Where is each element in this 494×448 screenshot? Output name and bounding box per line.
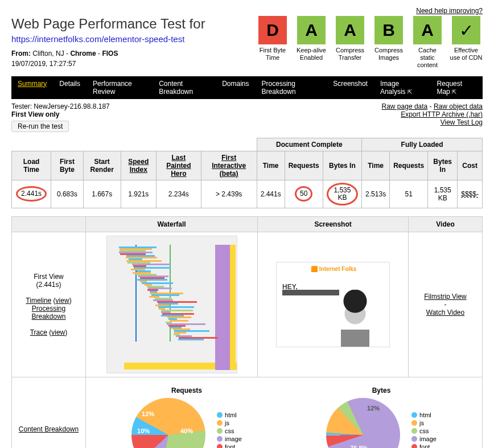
export-links: Raw page data - Raw object data Export H… xyxy=(382,102,483,132)
watch-video-link[interactable]: Watch Video xyxy=(426,309,464,317)
nav-screenshot[interactable]: Screenshot xyxy=(327,76,374,99)
grade-letter: A xyxy=(413,16,442,44)
grade-letter: D xyxy=(258,16,287,44)
preview-table: Waterfall Screenshot Video First View (2… xyxy=(11,216,483,448)
tested-url[interactable]: https://internetfolks.com/elementor-spee… xyxy=(11,34,249,44)
grade-effective-use-of-cdn[interactable]: ✓ Effective use of CDN xyxy=(450,16,483,69)
grade-cache-static-content[interactable]: A Cache static content xyxy=(411,16,444,69)
filmstrip-link[interactable]: Filmstrip View xyxy=(424,293,466,301)
page-title: Web Page Performance Test for xyxy=(11,16,249,32)
nav-summary[interactable]: Summary xyxy=(11,76,53,99)
waterfall-thumb[interactable] xyxy=(106,236,237,373)
nav-request-map[interactable]: Request Map⇱ xyxy=(430,76,483,99)
grade-letter: B xyxy=(374,16,403,44)
nav-image-analysis[interactable]: Image Analysis⇱ xyxy=(374,76,430,99)
nav-details[interactable]: Details xyxy=(53,76,87,99)
external-link-icon: ⇱ xyxy=(452,89,456,95)
grade-label: First Byte Time xyxy=(256,47,289,61)
grade-compress-transfer[interactable]: A Compress Transfer xyxy=(334,16,367,69)
timeline-view-link[interactable]: view xyxy=(56,297,69,305)
view-test-log-link[interactable]: View Test Log xyxy=(441,118,483,126)
first-view-cell: First View (2.441s) Timeline (view) Proc… xyxy=(12,232,86,377)
test-timestamp: 19/07/2019, 17:27:57 xyxy=(11,60,249,68)
raw-page-data-link[interactable]: Raw page data xyxy=(382,102,428,110)
grade-letter: A xyxy=(297,16,326,44)
grade-compress-images[interactable]: B Compress Images xyxy=(372,16,405,69)
raw-object-data-link[interactable]: Raw object data xyxy=(434,102,483,110)
metric-col-header: Requests xyxy=(390,151,428,180)
dc-requests-val: 50 xyxy=(295,186,312,202)
grade-label: Keep-alive Enabled xyxy=(295,47,328,61)
grade-label: Compress Images xyxy=(372,47,405,61)
metric-col-header: Load Time xyxy=(12,151,51,180)
trace-link[interactable]: Trace xyxy=(30,328,47,336)
nav-processing-breakdown[interactable]: Processing Breakdown xyxy=(256,76,327,99)
nav-performance-review[interactable]: Performance Review xyxy=(87,76,153,99)
screenshot-thumb[interactable]: 🟧 Internet Folks HEY, xyxy=(276,262,390,347)
metric-col-header: Time xyxy=(257,151,285,180)
content-breakdown-link[interactable]: Content Breakdown xyxy=(19,425,79,433)
metric-col-header: Requests xyxy=(285,151,323,180)
dc-bytes-val: 1,535 KB xyxy=(327,183,358,205)
processing-link[interactable]: Processing Breakdown xyxy=(31,305,65,320)
external-link-icon: ⇱ xyxy=(407,89,412,95)
page-header: Web Page Performance Test for https://in… xyxy=(11,16,483,69)
table-row: 2.441s 0.683s 1.667s 1.921s 2.234s > 2.4… xyxy=(12,180,483,208)
nav-tabs: SummaryDetailsPerformance ReviewContent … xyxy=(11,76,483,99)
metrics-table: Document Complete Fully Loaded Load Time… xyxy=(11,138,483,208)
timeline-link[interactable]: Timeline xyxy=(26,297,51,305)
load-time-val: 2.441s xyxy=(16,186,47,202)
help-link[interactable]: Need help improving? xyxy=(11,7,483,15)
grade-letter: A xyxy=(336,16,364,44)
metric-col-header: Bytes In xyxy=(323,151,361,180)
test-meta: From: Clifton, NJ - Chrome - FIOS xyxy=(11,50,249,57)
grade-keep-alive-enabled[interactable]: A Keep-alive Enabled xyxy=(295,16,328,69)
grade-first-byte-time[interactable]: D First Byte Time xyxy=(256,16,289,69)
pie-chart-requests: Requests12% 10% 30% 40%htmljscssimagefon… xyxy=(131,387,242,448)
tester-line: Tester: NewJersey-216.98.8.187 xyxy=(11,102,110,110)
metric-col-header: Cost xyxy=(458,151,483,180)
export-har-link[interactable]: Export HTTP Archive (.har) xyxy=(401,110,483,118)
pie-chart-bytes: Bytes12% 76.8%htmljscssimagefontOther xyxy=(326,387,437,448)
trace-view-link[interactable]: view xyxy=(51,328,65,336)
grade-label: Effective use of CDN xyxy=(450,47,483,61)
grades-row: D First Byte TimeA Keep-alive EnabledA C… xyxy=(256,16,483,69)
grade-label: Compress Transfer xyxy=(334,47,367,61)
nav-content-breakdown[interactable]: Content Breakdown xyxy=(153,76,216,99)
metric-col-header: First Byte xyxy=(51,151,83,180)
metric-col-header: Bytes In xyxy=(428,151,458,180)
first-view-only: First View only xyxy=(11,110,110,118)
grade-label: Cache static content xyxy=(411,47,444,69)
nav-domains[interactable]: Domains xyxy=(216,76,255,99)
metric-col-header: Time xyxy=(362,151,390,180)
grade-letter: ✓ xyxy=(452,16,480,44)
rerun-button[interactable]: Re-run the test xyxy=(11,121,69,132)
metric-col-header: Start Render xyxy=(83,151,121,180)
metric-col-header: First Interactive (beta) xyxy=(201,151,257,180)
metric-col-header: Last Painted Hero xyxy=(156,151,201,180)
metric-col-header: Speed Index xyxy=(121,151,156,180)
